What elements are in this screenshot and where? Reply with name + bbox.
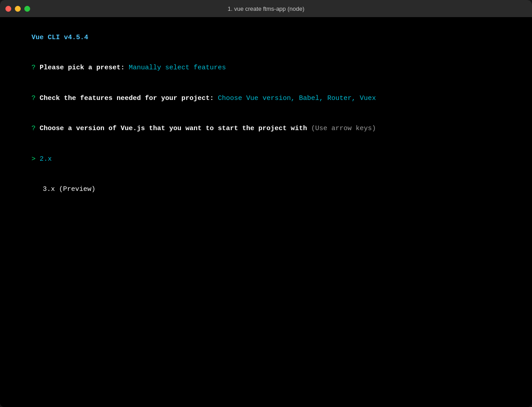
vue-version-text: Vue CLI v4.5.4: [32, 34, 88, 41]
features-answer: Choose Vue version, Babel, Router, Vuex: [218, 95, 376, 102]
option1-label: 2.x: [40, 155, 52, 163]
features-line: ? Check the features needed for your pro…: [7, 83, 525, 114]
option1-line: > 2.x: [7, 144, 525, 175]
selected-arrow: >: [32, 155, 36, 163]
option2-label: 3.x (Preview): [43, 185, 95, 193]
version-question-line: ? Choose a version of Vue.js that you wa…: [7, 114, 525, 145]
titlebar: 1. vue create ftms-app (node): [0, 0, 532, 17]
vue-version-line: Vue CLI v4.5.4: [7, 23, 525, 53]
terminal-body[interactable]: Vue CLI v4.5.4 ? Please pick a preset: M…: [0, 17, 532, 407]
arrow-keys-hint: (Use arrow keys): [311, 125, 376, 132]
question-mark-2: ?: [32, 95, 36, 102]
question-mark-3: ?: [32, 125, 36, 132]
preset-label: Please pick a preset:: [36, 64, 129, 72]
preset-line: ? Please pick a preset: Manually select …: [7, 53, 525, 84]
version-label: Choose a version of Vue.js that you want…: [36, 125, 311, 132]
features-label: Check the features needed for your proje…: [36, 95, 218, 102]
question-mark-1: ?: [32, 64, 36, 72]
traffic-lights: [5, 6, 30, 12]
option2-line: 3.x (Preview): [7, 175, 525, 205]
close-button[interactable]: [5, 6, 11, 12]
option2-indent: [32, 185, 39, 195]
maximize-button[interactable]: [24, 6, 30, 12]
terminal-window: 1. vue create ftms-app (node) Vue CLI v4…: [0, 0, 532, 407]
minimize-button[interactable]: [15, 6, 21, 12]
preset-answer: Manually select features: [129, 64, 226, 72]
window-title: 1. vue create ftms-app (node): [228, 5, 305, 12]
